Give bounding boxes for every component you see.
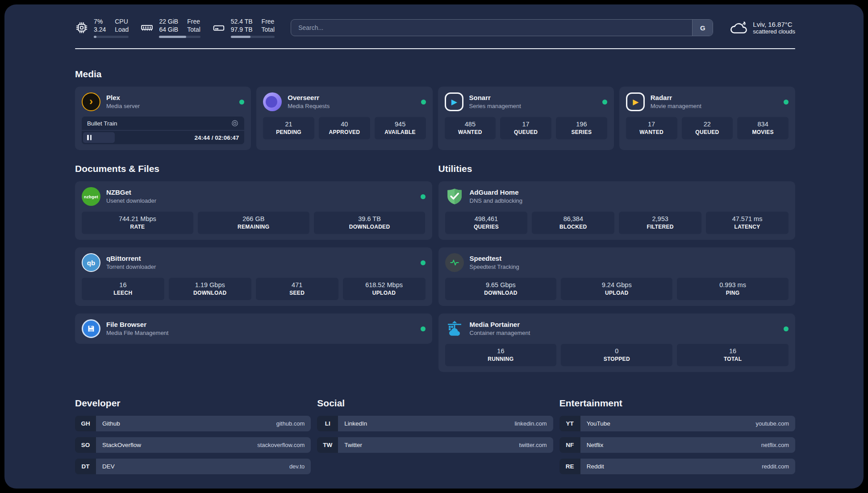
stat-value: 16 <box>679 347 787 355</box>
bookmark-url: linkedin.com <box>514 420 547 427</box>
nzbget-card[interactable]: nzbget NZBGet Usenet downloader 744.21 M… <box>75 181 432 240</box>
app-description: Series management <box>469 102 521 110</box>
bookmark-dev[interactable]: DT DEV dev.to <box>75 459 311 474</box>
cpu-usage: 7% <box>94 17 106 25</box>
weather-condition: scattered clouds <box>753 28 795 35</box>
stat-tile: 16 RUNNING <box>445 344 557 366</box>
bookmark-github[interactable]: GH Github github.com <box>75 416 311 431</box>
cloud-icon <box>729 20 747 35</box>
status-dot <box>784 326 789 331</box>
stat-tile: 1.19 Gbps DOWNLOAD <box>169 278 251 300</box>
app-description: Media File Management <box>106 329 168 337</box>
bookmark-url: reddit.com <box>762 463 789 470</box>
bookmark-name: StackOverflow <box>102 442 141 448</box>
stat-value: 498,461 <box>447 215 526 222</box>
stat-tile: 485 WANTED <box>445 117 496 139</box>
stat-value: 86,384 <box>534 215 613 222</box>
filebrowser-icon <box>82 319 100 338</box>
stat-label: DOWNLOADED <box>316 224 424 230</box>
stat-label: WANTED <box>447 129 494 135</box>
cpu-load-label: Load <box>115 25 129 33</box>
search-input[interactable] <box>291 19 713 36</box>
bookmark-name: Twitter <box>344 442 362 448</box>
stat-tile: 86,384 BLOCKED <box>532 212 614 234</box>
sonarr-icon: ▶ <box>445 92 463 111</box>
app-name: qBittorrent <box>106 254 156 263</box>
bookmark-name: LinkedIn <box>344 420 367 427</box>
speedtest-card[interactable]: Speedtest Speedtest Tracking 9.65 Gbps D… <box>438 247 796 306</box>
stat-tile: 945 AVAILABLE <box>375 117 426 139</box>
status-dot <box>239 100 244 104</box>
nzbget-icon: nzbget <box>82 187 100 206</box>
adguard-icon <box>445 187 464 206</box>
app-name: Overseerr <box>288 93 330 102</box>
stat-tile: 47.571 ms LATENCY <box>706 212 789 234</box>
bookmark-linkedin[interactable]: LI LinkedIn linkedin.com <box>317 416 553 431</box>
bookmark-url: stackoverflow.com <box>257 442 305 448</box>
weather-location: Lviv, 16.87°C <box>753 21 795 28</box>
pause-button[interactable] <box>87 135 92 140</box>
app-description: Torrent downloader <box>106 263 156 271</box>
entertainment-links-section: Entertainment YT YouTube youtube.com NF … <box>559 398 795 480</box>
stat-tile: 266 GB REMAINING <box>198 212 309 234</box>
memory-widget: 22 GiB 64 GiB Free Total <box>140 17 200 38</box>
bookmark-abbr: GH <box>75 416 96 431</box>
app-description: Container management <box>470 329 530 337</box>
plex-card[interactable]: › Plex Media server Bullet Train <box>75 87 251 150</box>
dashboard: 7% 3.24 CPU Load <box>4 4 864 489</box>
stat-tile: 17 WANTED <box>626 117 677 139</box>
stat-tile: 40 APPROVED <box>319 117 370 139</box>
stat-label: UPLOAD <box>563 290 671 296</box>
bookmark-abbr: SO <box>75 437 96 453</box>
status-dot <box>421 100 426 104</box>
media-section: Media › Plex Media server Bullet Train <box>75 69 795 150</box>
memory-total-label: Total <box>187 25 200 33</box>
stat-label: PENDING <box>265 129 313 135</box>
status-dot <box>784 100 789 104</box>
stat-value: 471 <box>258 281 337 288</box>
stat-label: QUEUED <box>502 129 550 135</box>
sonarr-card[interactable]: ▶ Sonarr Series management 485 WANTED 17… <box>438 87 614 150</box>
storage-widget: 52.4 TB 97.9 TB Free Total <box>212 17 275 38</box>
storage-free: 52.4 TB <box>231 17 253 25</box>
stat-label: QUEUED <box>684 129 731 135</box>
bookmark-reddit[interactable]: RE Reddit reddit.com <box>559 459 795 474</box>
bookmark-netflix[interactable]: NF Netflix netflix.com <box>559 437 795 453</box>
stat-tile: 9.24 Gbps UPLOAD <box>561 278 672 300</box>
stat-label: PING <box>679 290 787 296</box>
overseerr-card[interactable]: Overseerr Media Requests 21 PENDING 40 A… <box>256 87 432 150</box>
adguard-card[interactable]: AdGuard Home DNS and adblocking 498,461 … <box>438 181 796 240</box>
app-description: Media Requests <box>288 102 330 110</box>
radarr-card[interactable]: ▶ Radarr Movie management 17 WANTED 22 Q… <box>619 87 795 150</box>
search-engine-button[interactable]: G <box>692 20 713 36</box>
bookmark-abbr: DT <box>75 459 96 474</box>
storage-total-label: Total <box>262 25 275 33</box>
stat-tile: 22 QUEUED <box>682 117 733 139</box>
stat-label: RUNNING <box>447 356 555 362</box>
cpu-icon <box>75 21 88 34</box>
plex-icon: › <box>82 92 100 111</box>
cpu-label: CPU <box>115 17 129 25</box>
bookmark-abbr: NF <box>559 437 580 453</box>
status-dot <box>602 100 607 104</box>
bookmark-twitter[interactable]: TW Twitter twitter.com <box>317 437 553 453</box>
app-description: Movie management <box>651 102 701 110</box>
cpu-load: 3.24 <box>94 25 106 33</box>
qbittorrent-card[interactable]: qb qBittorrent Torrent downloader 16 LEE… <box>75 247 432 306</box>
app-description: Speedtest Tracking <box>470 263 519 271</box>
app-name: File Browser <box>106 320 168 329</box>
memory-total: 64 GiB <box>159 25 178 33</box>
portainer-card[interactable]: Media Portainer Container management 16 … <box>438 313 796 372</box>
stat-label: TOTAL <box>679 356 787 362</box>
memory-progress-fill <box>159 36 186 38</box>
stat-label: REMAINING <box>200 224 308 230</box>
bookmark-youtube[interactable]: YT YouTube youtube.com <box>559 416 795 431</box>
stat-value: 266 GB <box>200 215 308 222</box>
filebrowser-card[interactable]: File Browser Media File Management <box>75 313 432 344</box>
stat-label: DOWNLOAD <box>171 290 250 296</box>
social-section-title: Social <box>317 398 553 409</box>
app-description: DNS and adblocking <box>470 197 523 205</box>
bookmark-name: Reddit <box>587 463 604 470</box>
bookmark-name: DEV <box>102 463 115 470</box>
bookmark-stackoverflow[interactable]: SO StackOverflow stackoverflow.com <box>75 437 311 453</box>
